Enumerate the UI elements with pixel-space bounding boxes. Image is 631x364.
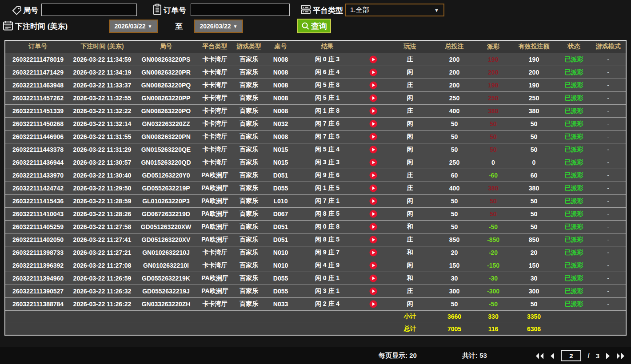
cell-valid-bet: 250 [511, 91, 557, 104]
first-page-button[interactable] [535, 353, 544, 359]
prev-page-button[interactable] [550, 353, 555, 359]
cell-valid-bet: 50 [511, 220, 557, 233]
replay-button[interactable] [359, 143, 387, 156]
replay-button[interactable] [359, 117, 387, 130]
cell-valid-bet: 190 [511, 53, 557, 66]
platform-type-select[interactable]: 1.全部 ▼ [345, 4, 444, 16]
cell-platform-type: PA欧洲厅 [198, 272, 232, 285]
replay-button[interactable] [359, 194, 387, 207]
cell-table-no: D051 [266, 169, 295, 182]
cell-order-id: 260322111394960 [5, 272, 71, 285]
table-row: 2603221113963922026-03-22 11:27:08GN0102… [5, 259, 626, 272]
date-from-picker[interactable]: 2026/03/22 ▼ [109, 20, 158, 33]
replay-button[interactable] [359, 285, 387, 297]
cell-result: 闲 5 庄 1 [295, 91, 359, 104]
cell-bet-time: 2026-03-22 11:26:22 [71, 297, 134, 310]
cell-status: 已派彩 [557, 246, 591, 259]
subtotal-total-bet: 3660 [433, 310, 476, 323]
calendar-icon [3, 20, 13, 31]
cell-bet-time: 2026-03-22 11:33:37 [71, 79, 134, 91]
cell-payout: -850 [476, 233, 511, 246]
cell-game-type: 百家乐 [232, 207, 266, 220]
replay-button[interactable] [359, 79, 387, 91]
cell-status: 已派彩 [557, 53, 591, 66]
cell-payout: 50 [476, 194, 511, 207]
order-no-input[interactable] [191, 4, 290, 16]
cell-status: 已派彩 [557, 207, 591, 220]
col-play-type: 玩法 [387, 40, 433, 53]
cell-payout: 190 [476, 79, 511, 91]
col-bet-time: 下注时间 (美东) [71, 40, 134, 53]
cell-table-no: N008 [266, 53, 295, 66]
cell-bet-time: 2026-03-22 11:30:57 [71, 156, 134, 169]
replay-button[interactable] [359, 66, 387, 79]
cell-total-bet: 850 [433, 233, 476, 246]
grand-total-valid-bet: 6306 [511, 323, 557, 335]
cell-status: 已派彩 [557, 259, 591, 272]
cell-result: 闲 1 庄 8 [295, 104, 359, 117]
cell-table-no: N032 [266, 117, 295, 130]
cell-status: 已派彩 [557, 66, 591, 79]
play-replay-icon [369, 210, 377, 218]
cell-status: 已派彩 [557, 220, 591, 233]
page-input[interactable]: 2 [561, 350, 581, 361]
cell-game-no: GN015263220QE [134, 143, 198, 156]
next-page-button[interactable] [606, 353, 610, 359]
cell-platform-type: 卡卡湾厅 [198, 104, 232, 117]
server-icon [300, 4, 311, 15]
cell-total-bet: 20 [433, 246, 476, 259]
table-row: 2603221114100432026-03-22 11:28:26GD0672… [5, 207, 626, 220]
cell-play-type: 庄 [387, 233, 433, 246]
grand-total-total-bet: 7005 [433, 323, 476, 335]
last-page-button[interactable] [616, 353, 625, 359]
replay-button[interactable] [359, 53, 387, 66]
replay-button[interactable] [359, 182, 387, 194]
cell-result: 闲 1 庄 5 [295, 182, 359, 194]
cell-game-type: 百家乐 [232, 194, 266, 207]
replay-button[interactable] [359, 259, 387, 272]
replay-button[interactable] [359, 169, 387, 182]
replay-button[interactable] [359, 156, 387, 169]
cell-play-type: 庄 [387, 53, 433, 66]
replay-button[interactable] [359, 246, 387, 259]
replay-button[interactable] [359, 207, 387, 220]
cell-status: 已派彩 [557, 233, 591, 246]
replay-button[interactable] [359, 104, 387, 117]
replay-button[interactable] [359, 233, 387, 246]
bet-records-table: 订单号 下注时间 (美东) 局号 平台类型 游戏类型 桌号 结果 玩法 总投注 … [4, 40, 627, 336]
cell-platform-type: 卡卡湾厅 [198, 117, 232, 130]
cell-game-type: 百家乐 [232, 66, 266, 79]
cell-game-no: GD0552632219P [134, 182, 198, 194]
cell-payout: -30 [476, 272, 511, 285]
subtotal-valid-bet: 3350 [511, 310, 557, 323]
cell-game-type: 百家乐 [232, 285, 266, 297]
cell-table-no: D055 [266, 182, 295, 194]
cell-valid-bet: 300 [511, 285, 557, 297]
cell-table-no: N015 [266, 156, 295, 169]
cell-total-bet: 400 [433, 104, 476, 117]
table-row: 2603221114469062026-03-22 11:31:55GN0082… [5, 130, 626, 143]
cell-result: 闲 9 庄 7 [295, 246, 359, 259]
cell-game-no: GD0552632219K [134, 272, 198, 285]
table-body: 2603221114780192026-03-22 11:34:59GN0082… [5, 53, 626, 310]
col-status: 状态 [557, 40, 591, 53]
date-to-picker[interactable]: 2026/03/22 ▼ [194, 20, 243, 33]
replay-button[interactable] [359, 220, 387, 233]
cell-platform-type: 卡卡湾厅 [198, 156, 232, 169]
cell-result: 闲 4 庄 9 [295, 259, 359, 272]
cell-total-bet: 50 [433, 220, 476, 233]
replay-button[interactable] [359, 130, 387, 143]
table-row: 2603221114513392026-03-22 11:32:22GN0082… [5, 104, 626, 117]
col-payout: 派彩 [476, 40, 511, 53]
search-button[interactable]: 查询 [297, 19, 331, 33]
subtotal-payout: 330 [476, 310, 511, 323]
cell-order-id: 260322111410043 [5, 207, 71, 220]
cell-order-id: 260322111478019 [5, 53, 71, 66]
game-no-input[interactable] [41, 4, 137, 16]
replay-button[interactable] [359, 91, 387, 104]
replay-button[interactable] [359, 297, 387, 310]
cell-result: 闲 7 庄 1 [295, 194, 359, 207]
replay-button[interactable] [359, 272, 387, 285]
cell-payout: -150 [476, 259, 511, 272]
cell-payout: 50 [476, 207, 511, 220]
